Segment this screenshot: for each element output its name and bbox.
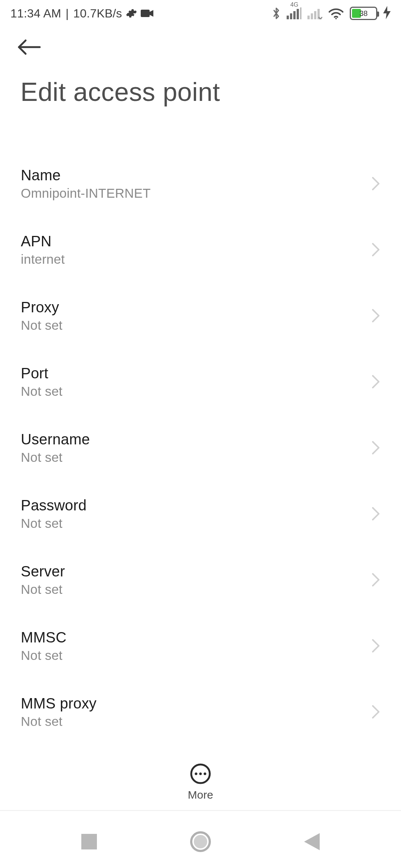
circle-icon <box>190 831 211 852</box>
setting-label: MMSC <box>21 629 66 646</box>
svg-rect-0 <box>141 10 150 17</box>
camera-icon <box>141 9 153 18</box>
setting-label: Username <box>21 431 90 448</box>
setting-label: Server <box>21 563 65 580</box>
status-network-speed: 10.7KB/s <box>73 7 122 20</box>
battery-percent: 38 <box>351 9 376 18</box>
setting-mmsc[interactable]: MMSC Not set <box>0 613 401 679</box>
svg-rect-6 <box>307 16 310 19</box>
square-icon <box>81 834 97 849</box>
svg-point-12 <box>195 773 197 775</box>
signal-nosim-icon <box>307 7 322 19</box>
more-icon <box>190 763 211 784</box>
chevron-right-icon <box>371 440 380 455</box>
page-title: Edit access point <box>0 68 401 107</box>
nav-back-button[interactable] <box>275 833 349 850</box>
setting-value: internet <box>21 252 65 267</box>
setting-username[interactable]: Username Not set <box>0 415 401 481</box>
status-left: 11:34 AM | 10.7KB/s <box>10 7 153 20</box>
nav-home-button[interactable] <box>163 831 238 852</box>
navigation-bar <box>0 815 401 868</box>
setting-proxy[interactable]: Proxy Not set <box>0 283 401 349</box>
svg-rect-5 <box>300 7 301 19</box>
svg-rect-4 <box>297 9 299 19</box>
setting-server[interactable]: Server Not set <box>0 547 401 613</box>
chevron-right-icon <box>371 308 380 323</box>
svg-rect-1 <box>287 16 289 19</box>
setting-port[interactable]: Port Not set <box>0 349 401 415</box>
svg-point-10 <box>335 18 337 19</box>
status-bar: 11:34 AM | 10.7KB/s 4G 38 <box>0 0 401 27</box>
chevron-right-icon <box>371 572 380 587</box>
signal-4g-icon: 4G <box>287 7 301 19</box>
setting-value: Not set <box>21 450 90 465</box>
svg-rect-3 <box>293 11 296 19</box>
svg-rect-15 <box>81 834 97 849</box>
setting-value: Not set <box>21 318 62 333</box>
svg-rect-2 <box>290 13 292 19</box>
svg-point-17 <box>194 835 207 848</box>
bluetooth-icon <box>272 6 281 20</box>
status-time: 11:34 AM <box>10 7 61 20</box>
chevron-right-icon <box>371 704 380 719</box>
more-label: More <box>188 789 213 801</box>
more-button[interactable]: More <box>188 763 213 801</box>
back-arrow-icon <box>17 38 41 56</box>
signal-label: 4G <box>290 1 298 8</box>
triangle-back-icon <box>304 833 320 850</box>
svg-rect-7 <box>311 13 313 19</box>
setting-apn[interactable]: APN internet <box>0 217 401 283</box>
back-button[interactable] <box>14 32 44 62</box>
setting-value: Not set <box>21 516 87 531</box>
bottom-action-bar: More <box>0 740 401 811</box>
nav-recent-button[interactable] <box>52 834 126 849</box>
charging-icon <box>383 6 391 21</box>
chevron-right-icon <box>371 242 380 257</box>
wifi-icon <box>328 7 344 19</box>
chevron-right-icon <box>371 506 380 521</box>
setting-label: MMS proxy <box>21 695 97 712</box>
setting-value: Not set <box>21 582 65 597</box>
setting-label: Port <box>21 365 62 382</box>
setting-label: APN <box>21 233 65 250</box>
status-separator: | <box>66 7 69 20</box>
battery-icon: 38 <box>350 7 377 20</box>
svg-point-14 <box>203 773 206 775</box>
setting-label: Password <box>21 497 87 514</box>
setting-label: Proxy <box>21 299 62 316</box>
setting-value: Not set <box>21 384 62 399</box>
gear-icon <box>126 8 137 19</box>
settings-list: Name Omnipoint-INTERNET APN internet Pro… <box>0 151 401 745</box>
chevron-right-icon <box>371 374 380 389</box>
setting-label: Name <box>21 167 151 184</box>
setting-password[interactable]: Password Not set <box>0 481 401 547</box>
status-right: 4G 38 <box>272 6 391 21</box>
setting-value: Not set <box>21 648 66 663</box>
setting-name[interactable]: Name Omnipoint-INTERNET <box>0 151 401 217</box>
chevron-right-icon <box>371 638 380 653</box>
svg-point-13 <box>199 773 202 775</box>
setting-value: Omnipoint-INTERNET <box>21 186 151 201</box>
app-bar <box>0 27 401 68</box>
chevron-right-icon <box>371 176 380 191</box>
svg-rect-8 <box>314 11 316 19</box>
